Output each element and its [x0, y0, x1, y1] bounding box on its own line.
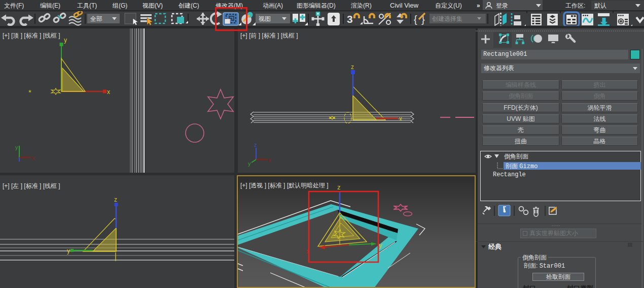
svg-text:x: x — [107, 88, 110, 95]
svg-text:y: y — [248, 161, 251, 167]
svg-text:x: x — [32, 155, 35, 161]
svg-text:x: x — [399, 115, 402, 122]
svg-text:z: z — [254, 142, 257, 148]
svg-text:3: 3 — [347, 13, 353, 25]
svg-text:y: y — [15, 144, 18, 150]
svg-text:全部: 全部 — [90, 15, 102, 22]
svg-text:y: y — [64, 37, 67, 44]
svg-text:x: x — [268, 157, 271, 163]
svg-text:*: * — [28, 88, 31, 97]
svg-text:z: z — [351, 63, 354, 71]
svg-text:视图: 视图 — [258, 15, 271, 22]
svg-text:y: y — [67, 247, 70, 254]
svg-text:y: y — [379, 241, 382, 249]
svg-text:z: z — [114, 196, 117, 203]
svg-text:{: { — [414, 14, 417, 25]
svg-text:创建选择集: 创建选择集 — [432, 15, 462, 22]
svg-text:z: z — [337, 183, 341, 191]
